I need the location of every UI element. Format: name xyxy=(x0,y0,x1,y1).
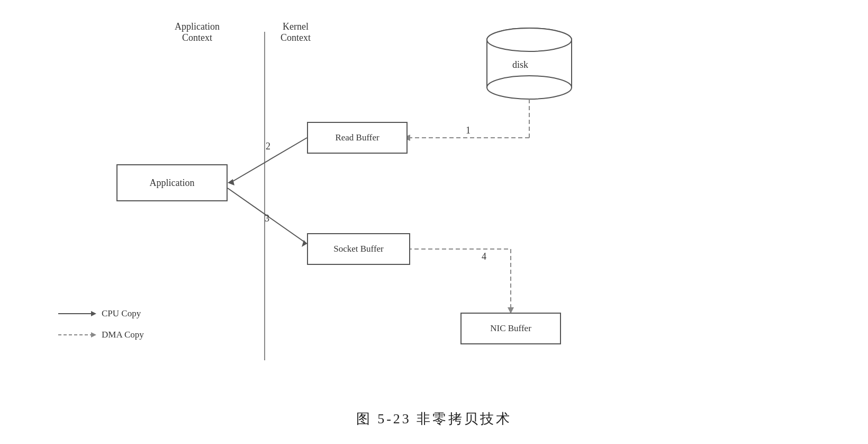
dma-copy-label: DMA Copy xyxy=(102,330,144,340)
svg-point-4 xyxy=(487,28,572,51)
svg-marker-13 xyxy=(302,240,307,247)
figure-caption: 图 5-23 非零拷贝技术 xyxy=(0,410,868,428)
svg-marker-20 xyxy=(91,311,96,316)
diagram-container: 1 2 3 4 ApplicationContext KernelContext xyxy=(0,0,868,444)
diagram-svg: 1 2 3 4 xyxy=(0,0,868,444)
nic-buffer-label: NIC Buffer xyxy=(490,323,531,334)
socket-buffer-box: Socket Buffer xyxy=(307,233,410,265)
nic-buffer-box: NIC Buffer xyxy=(460,313,561,344)
svg-line-9 xyxy=(230,138,307,183)
application-box: Application xyxy=(116,164,228,201)
svg-text:3: 3 xyxy=(265,213,269,224)
disk-label: disk xyxy=(512,59,528,70)
application-label: Application xyxy=(150,177,195,189)
svg-rect-2 xyxy=(487,40,572,87)
svg-marker-22 xyxy=(91,332,96,338)
svg-point-1 xyxy=(487,28,572,51)
read-buffer-box: Read Buffer xyxy=(307,122,408,154)
svg-text:1: 1 xyxy=(466,125,471,136)
application-context-label: ApplicationContext xyxy=(175,21,220,43)
kernel-context-label: KernelContext xyxy=(281,21,311,43)
read-buffer-label: Read Buffer xyxy=(335,132,379,143)
svg-text:4: 4 xyxy=(482,251,486,262)
svg-point-3 xyxy=(487,76,572,99)
cpu-copy-label: CPU Copy xyxy=(102,308,141,319)
svg-marker-10 xyxy=(228,179,234,185)
socket-buffer-label: Socket Buffer xyxy=(333,244,384,254)
svg-line-12 xyxy=(228,188,307,244)
svg-text:2: 2 xyxy=(266,141,270,152)
